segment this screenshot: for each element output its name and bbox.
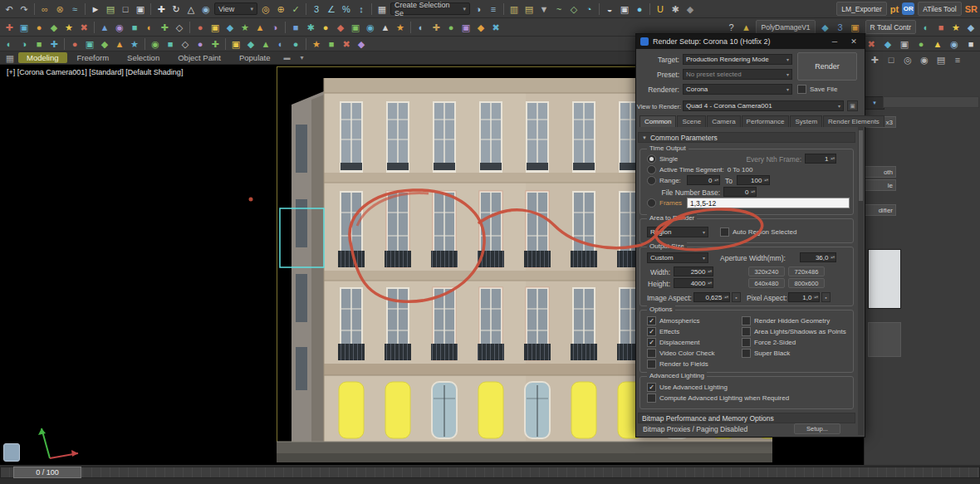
align-icon[interactable]: ≡ xyxy=(487,2,500,16)
ribbon-options-icon[interactable]: ▾ xyxy=(295,51,308,65)
time-slider-handle[interactable]: 0 / 100 xyxy=(13,467,81,478)
select-and-scale-icon[interactable]: △ xyxy=(184,2,198,16)
toolbar-icon[interactable]: ▣ xyxy=(459,21,473,34)
help-icon[interactable]: ? xyxy=(724,21,737,34)
toolbar-icon[interactable]: ◐ xyxy=(2,37,16,51)
toolbar-icon[interactable]: ■ xyxy=(934,21,948,34)
undo-icon[interactable]: ↶ xyxy=(2,2,16,16)
select-link-icon[interactable]: ∞ xyxy=(38,2,51,16)
image-aspect-spinner[interactable]: 0,625▴▾ xyxy=(693,292,730,302)
select-and-move-icon[interactable]: ✚ xyxy=(154,2,168,16)
material-editor-icon[interactable]: ◔ xyxy=(582,2,595,16)
file-number-spinner[interactable]: 0▴▾ xyxy=(723,187,757,197)
toolbar-icon[interactable]: ◇ xyxy=(179,37,192,51)
toolbar-icon[interactable]: ▣ xyxy=(898,37,911,51)
or-badge[interactable]: OR xyxy=(902,2,914,15)
viewport-label[interactable]: [+] [Corona Camera001] [Standard] [Defau… xyxy=(7,68,183,76)
select-by-name-icon[interactable]: ▤ xyxy=(104,2,117,16)
motion-panel-icon[interactable]: ◉ xyxy=(918,53,931,66)
toolbar-icon[interactable]: ■ xyxy=(164,37,177,51)
active-segment-radio[interactable] xyxy=(647,165,656,174)
dialog-tab-scene[interactable]: Scene xyxy=(677,115,706,127)
toolbar-icon[interactable]: ◑ xyxy=(17,37,31,51)
every-nth-spinner[interactable]: 1▴▾ xyxy=(805,154,836,164)
toolbar-icon[interactable]: ▲ xyxy=(379,21,392,34)
ribbon-menu-icon[interactable]: ▦ xyxy=(3,51,17,65)
script-utility-icon[interactable]: ✱ xyxy=(669,2,682,16)
snap-toggle-3d-icon[interactable]: 3 xyxy=(310,2,323,16)
checkbox-displacement[interactable]: ✓ xyxy=(647,338,656,347)
total-control-button[interactable]: R Total Contr xyxy=(865,20,916,34)
checkbox-force-2-sided[interactable] xyxy=(742,338,751,347)
rectangular-selection-region-icon[interactable]: □ xyxy=(119,2,132,16)
reference-coordinate-dropdown[interactable]: View ▾ xyxy=(214,2,257,15)
select-object-icon[interactable]: ► xyxy=(89,2,102,16)
hierarchy-panel-icon[interactable]: ◎ xyxy=(901,53,914,66)
window-crossing-toggle-icon[interactable]: ▣ xyxy=(134,2,147,16)
toolbar-icon[interactable]: ★ xyxy=(310,37,323,51)
preset-720x486-button[interactable]: 720x486 xyxy=(788,266,825,276)
toolbar-icon[interactable]: ◑ xyxy=(268,21,282,34)
modify-panel-icon[interactable]: □ xyxy=(884,53,898,66)
checkbox-effects[interactable]: ✓ xyxy=(647,327,656,336)
range-from-spinner[interactable]: 0▴▾ xyxy=(687,175,720,185)
toolbar-icon[interactable]: ◆ xyxy=(474,21,488,34)
pt-logo[interactable]: pt xyxy=(890,4,899,14)
frames-radio[interactable] xyxy=(647,198,656,208)
toolbar-icon[interactable]: ■ xyxy=(964,37,978,51)
ribbon-tab-modeling[interactable]: Modeling xyxy=(18,52,67,63)
checkbox-render-hidden-geometry[interactable] xyxy=(742,316,751,325)
dialog-scrollbar[interactable] xyxy=(858,127,864,435)
toolbar-icon[interactable]: ✖ xyxy=(77,21,91,34)
warning-icon[interactable]: ▲ xyxy=(739,21,752,34)
checkbox-video-color-check[interactable] xyxy=(647,349,656,358)
rendered-frame-window-icon[interactable]: ▣ xyxy=(618,2,631,16)
bitmap-setup-button[interactable]: Setup... xyxy=(794,423,840,434)
toolbar-icon[interactable]: ◐ xyxy=(414,21,428,34)
toolbar-icon[interactable]: ★ xyxy=(238,21,252,34)
toolbar-icon[interactable]: ◐ xyxy=(274,37,287,51)
renderer-dropdown[interactable]: Corona▾ xyxy=(683,84,792,95)
toolbar-icon[interactable]: ▣ xyxy=(208,21,222,34)
toolbar-icon[interactable]: ▲ xyxy=(259,37,272,51)
layer-explorer-icon[interactable]: ▤ xyxy=(522,2,536,16)
panel-button-fragment[interactable]: difier xyxy=(865,204,896,216)
ribbon-tab-object-paint[interactable]: Object Paint xyxy=(169,52,229,63)
checkbox-render-to-fields[interactable] xyxy=(647,359,656,369)
checkbox-use-advanced-lighting[interactable]: ✓ xyxy=(647,383,656,392)
redo-icon[interactable]: ↷ xyxy=(17,2,31,16)
toolbar-icon[interactable]: ◆ xyxy=(334,21,347,34)
use-pivot-point-icon[interactable]: ◎ xyxy=(259,2,272,16)
panel-button-fragment[interactable]: oth xyxy=(865,166,896,178)
toolbar-icon[interactable]: ✚ xyxy=(158,21,171,34)
toolbar-icon[interactable]: ▲ xyxy=(931,37,944,51)
dialog-tab-common[interactable]: Common xyxy=(639,115,676,127)
toolbar-icon[interactable]: ✱ xyxy=(304,21,317,34)
toolbar-icon[interactable]: ✖ xyxy=(340,37,353,51)
close-button[interactable]: ✕ xyxy=(847,37,860,46)
dialog-titlebar[interactable]: Render Setup: Corona 10 (Hotfix 2) ─ ✕ xyxy=(636,34,865,49)
dialog-tab-camera[interactable]: Camera xyxy=(707,115,740,127)
schematic-view-icon[interactable]: ◇ xyxy=(567,2,581,16)
target-dropdown[interactable]: Production Rendering Mode▾ xyxy=(683,54,792,65)
toolbar-icon[interactable]: ✚ xyxy=(47,37,61,51)
toolbar-icon[interactable]: ◆ xyxy=(881,37,894,51)
percent-snap-icon[interactable]: % xyxy=(340,2,353,16)
common-parameters-rollout[interactable]: ▼ Common Parameters xyxy=(638,132,855,143)
scene-explorer-icon[interactable]: ▥ xyxy=(507,2,521,16)
toolbar-icon[interactable]: ▲ xyxy=(98,21,111,34)
range-to-spinner[interactable]: 100▴▾ xyxy=(737,175,770,185)
bitmap-performance-rollout[interactable]: Bitmap Performance and Memory Options xyxy=(638,413,855,423)
display-panel-icon[interactable]: ▤ xyxy=(934,53,948,66)
pixel-aspect-spinner[interactable]: 1,0▴▾ xyxy=(788,292,820,302)
toolbar-icon[interactable]: ▣ xyxy=(17,21,31,34)
toolbar-icon[interactable]: ■ xyxy=(32,37,46,51)
viewport-layout-tab[interactable] xyxy=(3,443,20,462)
toolbar-icon[interactable]: ✚ xyxy=(2,21,16,34)
single-radio[interactable] xyxy=(647,154,656,164)
lock-view-icon[interactable]: ▣ xyxy=(847,100,858,111)
toolbar-icon[interactable]: ▣ xyxy=(229,37,243,51)
3d-tool-icon[interactable]: 3 xyxy=(834,21,847,34)
toolbar-icon[interactable]: ● xyxy=(32,21,46,34)
toolbar-icon[interactable]: ★ xyxy=(394,21,407,34)
